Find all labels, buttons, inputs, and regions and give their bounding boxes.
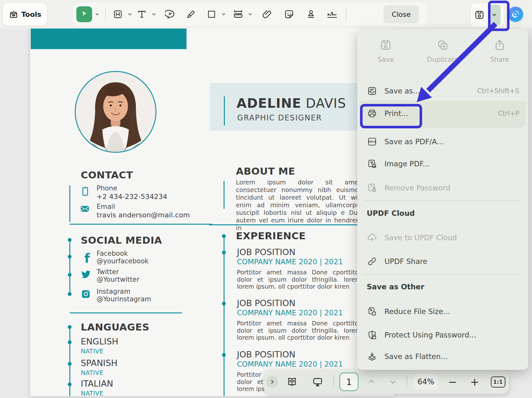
heading-tool-button[interactable] [111, 7, 125, 22]
comment-tool-button[interactable] [163, 7, 177, 22]
job-description: Porttitor amet massa Done cporttitor dol… [237, 269, 361, 290]
close-button[interactable]: Close [383, 5, 419, 23]
menu-item-label: Reduce File Size... [384, 307, 450, 316]
menu-item-updf-share[interactable]: UPDF Share [357, 253, 528, 270]
social-network: Twitter [97, 268, 119, 276]
reader-view-button[interactable] [286, 376, 298, 388]
job-title: JOB POSITION [237, 247, 295, 257]
twitter-icon [80, 269, 92, 280]
menu-item-protect-password[interactable]: Protect Using Password... [357, 326, 528, 344]
job-description: Porttitor amet massa Done cporttitor dol… [237, 320, 361, 341]
chevron-down-icon [128, 12, 132, 16]
measure-tool-button[interactable] [231, 7, 245, 22]
heading-tool-dropdown[interactable] [127, 7, 133, 22]
text-tool-dropdown[interactable] [151, 7, 157, 22]
chevron-down-icon [492, 12, 497, 17]
actual-size-button[interactable]: 1:1 [491, 376, 505, 388]
presentation-button[interactable] [311, 376, 324, 388]
candidate-title: GRAPHIC DESIGNER [237, 113, 322, 122]
save-menu-toggle[interactable] [488, 5, 501, 25]
flatten-icon [367, 351, 377, 362]
text-icon [136, 9, 147, 20]
stamp-tool-button[interactable] [304, 7, 318, 22]
menu-item-label: Save as... [384, 87, 420, 95]
signature-icon [326, 8, 339, 21]
experience-heading: EXPERIENCE [236, 230, 306, 241]
measure-tool-dropdown[interactable] [247, 7, 253, 22]
bottombar-divider [333, 376, 334, 388]
menu-item-save-as-flatten[interactable]: Save as Flatten... [357, 348, 528, 365]
name-accent-line [224, 96, 225, 125]
tools-label: Tools [22, 10, 41, 18]
social-handle: @Yourinstagram [97, 295, 151, 303]
page-number-input[interactable]: 1 [339, 373, 358, 391]
job-company: COMPANY NAME 2020 | 2021 [237, 258, 343, 266]
social-heading: SOCIAL MEDIA [81, 234, 162, 246]
social-handle: @yourfacebook [97, 257, 149, 265]
pdfa-icon: PDF/A [367, 136, 377, 147]
social-timeline-line [69, 240, 70, 296]
bottombar-divider [407, 376, 407, 388]
save-button[interactable] [471, 4, 488, 26]
menu-section-header: Save as Other [367, 283, 424, 291]
sticker-tool-button[interactable] [282, 7, 296, 22]
chevron-up-icon [367, 378, 376, 386]
save-icon [474, 10, 485, 20]
menu-item-save-as[interactable]: Save as... Ctrl+Shift+S [357, 82, 528, 100]
social-network: Instagram [97, 288, 130, 295]
menu-section-header: UPDF Cloud [367, 209, 415, 217]
menu-share-label: Share [474, 56, 525, 63]
menu-item-save-to-cloud[interactable]: Save to UPDF Cloud [357, 229, 528, 247]
select-tool-dropdown[interactable] [94, 7, 100, 22]
menu-share-button[interactable]: Share [474, 39, 525, 63]
menu-item-save-as-pdfa[interactable]: PDF/A Save as PDF/A... [357, 133, 528, 151]
zoom-out-button[interactable]: − [447, 376, 458, 388]
expand-panel-button[interactable] [266, 376, 278, 388]
close-label: Close [392, 10, 411, 18]
menu-item-print[interactable]: Print... Ctrl+P [357, 105, 528, 122]
save-icon [379, 39, 392, 51]
bottom-toolbar: 1 64% − + 1:1 [264, 370, 509, 394]
timeline-dot [68, 382, 72, 386]
menu-item-reduce-file-size[interactable]: Reduce File Size... [357, 303, 528, 320]
attachment-tool-button[interactable] [260, 7, 274, 22]
timeline-dot [68, 273, 72, 277]
menu-item-shortcut: Ctrl+P [498, 110, 519, 117]
section-divider [209, 224, 358, 225]
menu-item-image-pdf[interactable]: Image PDF... [357, 155, 528, 173]
chevron-right-icon [270, 379, 275, 384]
previous-page-button[interactable] [366, 377, 377, 386]
menu-item-label: UPDF Share [384, 257, 427, 266]
menu-item-label: Image PDF... [384, 160, 429, 168]
highlighter-tool-button[interactable] [184, 7, 198, 22]
shape-tool-button[interactable] [205, 7, 218, 22]
link-icon [367, 256, 377, 267]
facebook-icon: f [81, 251, 93, 266]
tools-button[interactable]: Tools [3, 3, 48, 26]
shape-tool-dropdown[interactable] [221, 7, 226, 22]
select-tool-button[interactable] [76, 6, 92, 22]
cloud-upload-icon [367, 232, 377, 243]
last-name: DAVIS [301, 96, 346, 111]
menu-item-label: Save as Flatten... [384, 352, 448, 361]
updf-ai-icon [511, 10, 520, 19]
menu-item-label: Print... [384, 109, 408, 118]
signature-tool-button[interactable] [325, 7, 339, 22]
chevron-down-icon [389, 378, 397, 386]
chevron-down-icon [95, 12, 99, 16]
save-dropdown-menu: Save Duplicate Share Save as... Ctrl+Shi… [357, 29, 528, 370]
menu-item-label: Save as PDF/A... [384, 138, 444, 146]
zoom-level-button[interactable]: 64% [413, 373, 439, 390]
timeline-dot [222, 234, 226, 238]
menu-item-remove-password[interactable]: Remove Password [357, 179, 528, 197]
shape-icon [206, 9, 217, 19]
text-tool-button[interactable] [135, 7, 149, 22]
menu-duplicate-button[interactable]: Duplicate [417, 39, 468, 63]
menu-save-button[interactable]: Save [360, 39, 411, 63]
language-name: SPANISH [81, 358, 117, 368]
updf-ai-button[interactable] [508, 7, 523, 22]
highlighter-icon [186, 9, 196, 20]
zoom-in-button[interactable]: + [469, 376, 480, 388]
contact-heading: CONTACT [81, 169, 133, 181]
next-page-button[interactable] [387, 377, 399, 386]
